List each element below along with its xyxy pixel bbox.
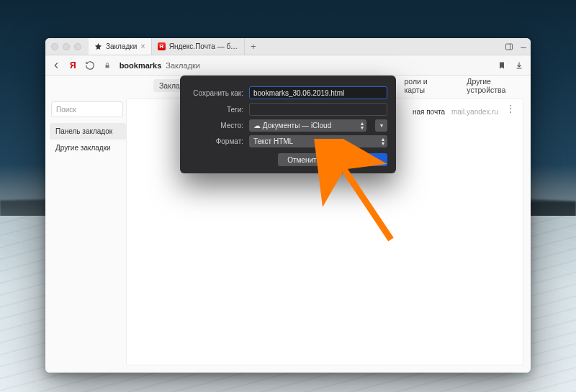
traffic-close[interactable]	[51, 43, 58, 50]
back-icon[interactable]	[51, 60, 61, 70]
search-placeholder: Поиск	[56, 106, 76, 114]
bookmark-title: ная почта	[413, 108, 445, 116]
cloud-icon: ☁︎	[253, 122, 263, 129]
svg-rect-0	[506, 44, 513, 50]
sidebar-item-panel[interactable]: Панель закладок	[50, 123, 126, 140]
select-arrows-icon: ▴▾	[361, 122, 364, 130]
bookmark-url: mail.yandex.ru	[451, 108, 498, 116]
format-value: Текст HTML	[253, 137, 293, 145]
cancel-button[interactable]: Отменить	[278, 153, 330, 166]
browser-window: Закладки × Я Яндекс.Почта — беспла + – Я…	[45, 38, 531, 373]
tags-input[interactable]	[249, 103, 387, 116]
label-format: Формат:	[189, 137, 243, 145]
bookmark-page-icon[interactable]	[498, 61, 506, 70]
label-where: Место:	[189, 122, 243, 129]
window-controls	[45, 43, 81, 50]
format-select[interactable]: Текст HTML ▴▾	[249, 135, 387, 147]
tab-title: Яндекс.Почта — беспла	[169, 42, 238, 50]
tab-strip: Закладки × Я Яндекс.Почта — беспла + –	[45, 38, 531, 55]
save-sheet: Сохранить как: Теги: Место: ☁︎ Документы…	[180, 76, 396, 173]
svg-rect-2	[105, 65, 109, 68]
star-icon	[94, 42, 102, 50]
subtab-passwords[interactable]: роли и карты	[399, 75, 451, 96]
location-select[interactable]: ☁︎ Документы — iCloud ▴▾	[249, 119, 366, 132]
subtab-other-devices[interactable]: Другие устройства	[461, 75, 531, 96]
address-bar[interactable]: bookmarks Закладки	[120, 61, 200, 70]
sidebar-item-other[interactable]: Другие закладки	[50, 140, 126, 156]
label-save-as: Сохранить как:	[189, 89, 243, 97]
new-tab-button[interactable]: +	[245, 41, 262, 52]
url-rest: Закладки	[166, 61, 200, 70]
traffic-minimize[interactable]	[63, 43, 70, 50]
tab-close-icon[interactable]: ×	[140, 42, 145, 50]
lock-icon	[104, 62, 111, 69]
nav-toolbar: Я bookmarks Закладки	[45, 55, 531, 76]
tab-title: Закладки	[106, 42, 137, 50]
sidebar-icon[interactable]	[505, 42, 513, 51]
yandex-logo-icon[interactable]: Я	[70, 60, 76, 70]
search-input[interactable]: Поиск	[51, 101, 123, 117]
traffic-zoom[interactable]	[74, 43, 81, 50]
more-icon[interactable]: ⋮	[506, 104, 516, 114]
tab-yandex-mail[interactable]: Я Яндекс.Почта — беспла	[152, 38, 245, 55]
tabstrip-right: –	[505, 38, 526, 55]
yandex-icon: Я	[158, 42, 166, 50]
label-tags: Теги:	[189, 106, 243, 114]
downloads-icon[interactable]	[515, 61, 523, 70]
expand-sheet-button[interactable]: ▾	[375, 119, 387, 132]
filename-input[interactable]	[249, 86, 387, 99]
select-arrows-icon: ▴▾	[382, 137, 384, 146]
reload-icon[interactable]	[85, 60, 95, 70]
url-keyword: bookmarks	[120, 61, 162, 70]
bookmarks-sidebar: Поиск Панель закладок Другие закладки	[45, 96, 126, 373]
tab-bookmarks[interactable]: Закладки ×	[89, 38, 152, 55]
save-button[interactable]: Сохранить	[336, 153, 387, 166]
location-value: Документы — iCloud	[263, 122, 331, 129]
